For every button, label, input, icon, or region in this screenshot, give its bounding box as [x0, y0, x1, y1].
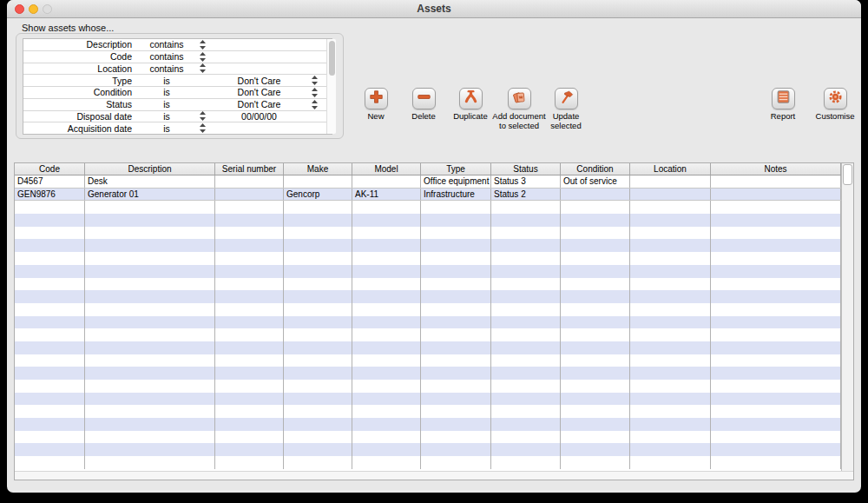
table-cell [421, 341, 491, 354]
table-cell [85, 290, 215, 303]
add-document-button[interactable] [508, 88, 531, 109]
table-row-empty[interactable] [15, 227, 841, 240]
filter-value[interactable]: 00/00/00 [212, 111, 306, 122]
filter-operator[interactable]: contains [141, 51, 193, 62]
stepper-icon[interactable] [193, 52, 212, 62]
table-cell [352, 443, 421, 456]
table-cell [421, 316, 491, 329]
stepper-icon[interactable] [193, 40, 212, 50]
table-cell: Office equipment [421, 175, 491, 188]
duplicate-button[interactable] [459, 88, 483, 109]
table-cell [85, 201, 215, 214]
stepper-icon[interactable] [193, 111, 212, 121]
table-cell [711, 418, 841, 431]
filter-scrollbar-thumb[interactable] [329, 41, 335, 76]
table-cell [15, 354, 85, 367]
update-button[interactable] [555, 88, 578, 109]
filter-operator[interactable]: is [141, 87, 193, 97]
table-cell [15, 214, 85, 227]
table-row[interactable]: GEN9876Generator 01GencorpAK-11Infrastru… [15, 189, 841, 202]
filter-value[interactable]: Don't Care [212, 76, 306, 86]
table-row-empty[interactable] [15, 393, 841, 406]
table-cell [630, 239, 711, 252]
table-row-empty[interactable] [15, 328, 841, 341]
table-row-empty[interactable] [15, 418, 841, 431]
table-row-empty[interactable] [15, 303, 841, 316]
filter-operator[interactable]: contains [141, 39, 193, 50]
table-row-empty[interactable] [15, 456, 841, 469]
column-header-make[interactable]: Make [284, 163, 352, 175]
stepper-icon[interactable] [193, 63, 212, 73]
table-cell [15, 418, 85, 431]
table-row[interactable]: D4567DeskOffice equipmentStatus 3Out of … [15, 175, 841, 189]
column-header-type[interactable]: Type [421, 163, 491, 175]
stepper-icon[interactable] [306, 88, 322, 97]
table-scrollbar-thumb[interactable] [843, 164, 852, 185]
stepper-icon[interactable] [306, 100, 322, 109]
table-cell [561, 201, 630, 214]
table-cell [711, 367, 841, 380]
plus-icon [368, 89, 385, 109]
table-row-empty[interactable] [15, 252, 841, 265]
stepper-icon[interactable] [193, 123, 212, 133]
documents-icon [511, 89, 528, 109]
table-cell [421, 265, 491, 278]
table-row-empty[interactable] [15, 239, 841, 252]
title-bar[interactable]: Assets [7, 0, 861, 18]
table-cell [15, 405, 85, 418]
table-row-empty[interactable] [15, 443, 841, 456]
column-header-code[interactable]: Code [15, 163, 85, 175]
table-row-empty[interactable] [15, 265, 841, 278]
table-cell [421, 328, 491, 341]
table-cell [215, 227, 284, 240]
table-cell [561, 227, 630, 240]
column-header-description[interactable]: Description [85, 163, 215, 175]
table-row-empty[interactable] [15, 278, 841, 291]
table-row-empty[interactable] [15, 201, 841, 214]
table-row-empty[interactable] [15, 431, 841, 444]
table-row-empty[interactable] [15, 316, 841, 329]
report-button[interactable] [772, 88, 795, 109]
table-scrollbar[interactable] [841, 163, 853, 471]
table-cell [561, 214, 630, 227]
filter-operator[interactable]: is [141, 76, 193, 86]
filter-value[interactable]: Don't Care [212, 87, 306, 97]
table-cell [711, 265, 841, 278]
filter-operator[interactable]: is [141, 123, 193, 134]
table-cell [561, 341, 630, 354]
table-body[interactable]: D4567DeskOffice equipmentStatus 3Out of … [15, 175, 841, 471]
stepper-icon[interactable] [306, 76, 322, 85]
filter-scrollbar[interactable] [326, 39, 336, 134]
table-cell [215, 443, 284, 456]
table-cell [215, 201, 284, 214]
table-row-empty[interactable] [15, 380, 841, 393]
table-cell [352, 252, 421, 265]
column-header-notes[interactable]: Notes [711, 163, 841, 175]
table-cell [630, 227, 711, 240]
table-row-empty[interactable] [15, 367, 841, 380]
table-cell: Status 3 [491, 175, 561, 188]
filter-operator[interactable]: is [141, 99, 193, 109]
table-cell [284, 290, 352, 303]
table-row-empty[interactable] [15, 354, 841, 367]
column-header-condition[interactable]: Condition [561, 163, 630, 175]
table-row-empty[interactable] [15, 405, 841, 418]
filter-operator[interactable]: contains [141, 63, 193, 74]
table-cell [421, 354, 491, 367]
table-cell [711, 201, 841, 214]
table-row-empty[interactable] [15, 214, 841, 227]
minus-icon [416, 89, 432, 109]
filter-operator[interactable]: is [141, 111, 193, 122]
customise-button[interactable] [824, 88, 847, 109]
column-header-status[interactable]: Status [491, 163, 561, 175]
delete-button[interactable] [412, 88, 436, 109]
column-header-serial-number[interactable]: Serial number [215, 163, 284, 175]
column-header-location[interactable]: Location [630, 163, 711, 175]
table-cell [561, 189, 630, 201]
table-row-empty[interactable] [15, 341, 841, 354]
table-cell [630, 456, 711, 469]
column-header-model[interactable]: Model [352, 163, 421, 175]
table-row-empty[interactable] [15, 290, 841, 303]
filter-value[interactable]: Don't Care [212, 99, 306, 109]
new-button[interactable] [365, 88, 388, 109]
